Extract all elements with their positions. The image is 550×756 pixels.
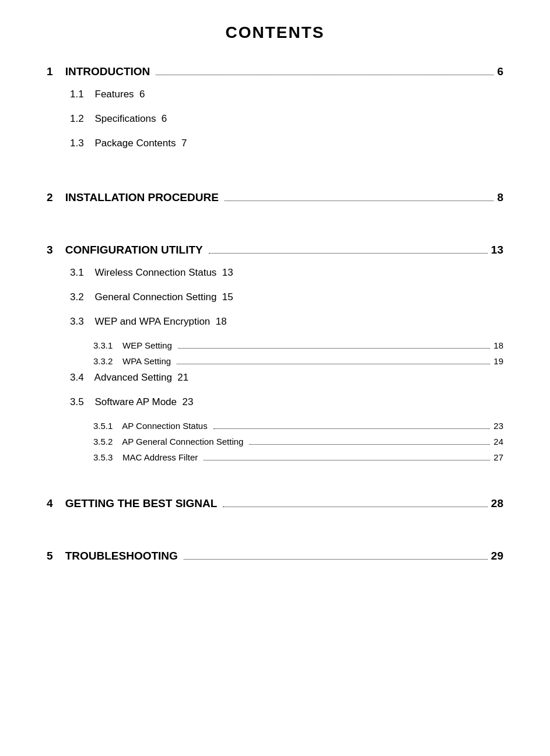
toc-entry-1-2: 1.2 Specifications 6 xyxy=(47,113,503,125)
toc-dots xyxy=(223,507,487,507)
toc-entry-3-5: 3.5 Software AP Mode 23 xyxy=(47,396,503,408)
toc-entry-3-2: 3.2 General Connection Setting 15 xyxy=(47,291,503,303)
toc-page: 27 xyxy=(493,452,503,462)
toc-dots xyxy=(249,444,490,445)
toc-dots xyxy=(156,75,493,75)
toc-label: 3.2 General Connection Setting 15 xyxy=(70,291,233,303)
toc-entry-3-5-1: 3.5.1 AP Connection Status23 xyxy=(47,421,503,431)
toc-label: 5 TROUBLESHOOTING xyxy=(47,550,178,562)
toc-entry-5: 5 TROUBLESHOOTING29 xyxy=(47,550,503,562)
toc-page: 29 xyxy=(491,550,503,562)
toc-page: 23 xyxy=(493,421,503,431)
toc-label: 3.5.2 AP General Connection Setting xyxy=(93,437,243,446)
toc-entry-3-4: 3.4 Advanced Setting 21 xyxy=(47,372,503,384)
toc-dots xyxy=(204,460,490,460)
toc-label: 3.5 Software AP Mode 23 xyxy=(70,396,193,408)
toc-dots xyxy=(177,364,490,364)
toc-entry-3-3: 3.3 WEP and WPA Encryption 18 xyxy=(47,316,503,328)
toc-page: 6 xyxy=(497,65,503,78)
toc-dots xyxy=(213,428,491,429)
toc-page: 19 xyxy=(493,356,503,366)
toc-page: 8 xyxy=(497,191,503,204)
toc-entry-3-3-1: 3.3.1 WEP Setting18 xyxy=(47,340,503,350)
toc-entry-3-5-2: 3.5.2 AP General Connection Setting24 xyxy=(47,437,503,446)
toc-label: 3.3.1 WEP Setting xyxy=(93,340,172,350)
toc-label: 3.5.1 AP Connection Status xyxy=(93,421,208,431)
toc-entry-3-1: 3.1 Wireless Connection Status 13 xyxy=(47,267,503,279)
toc-entry-4: 4 GETTING THE BEST SIGNAL28 xyxy=(47,497,503,510)
toc-entry-1: 1 INTRODUCTION6 xyxy=(47,65,503,78)
toc-dots xyxy=(225,201,494,201)
toc-label: 1 INTRODUCTION xyxy=(47,65,150,78)
toc-label: 3.3 WEP and WPA Encryption 18 xyxy=(70,316,227,328)
toc-entry-1-3: 1.3 Package Contents 7 xyxy=(47,138,503,149)
toc-dots xyxy=(178,348,491,349)
toc-label: 4 GETTING THE BEST SIGNAL xyxy=(47,497,217,510)
toc-label: 3.5.3 MAC Address Filter xyxy=(93,452,198,462)
toc-label: 1.1 Features 6 xyxy=(70,89,145,100)
toc-label: 1.2 Specifications 6 xyxy=(70,113,167,125)
toc-page: 18 xyxy=(493,340,503,350)
toc-label: 3.3.2 WPA Setting xyxy=(93,356,171,366)
toc-entry-3-5-3: 3.5.3 MAC Address Filter27 xyxy=(47,452,503,462)
toc-label: 3 CONFIGURATION UTILITY xyxy=(47,244,203,256)
toc-dots xyxy=(184,559,488,560)
toc-container: 1 INTRODUCTION61.1 Features 61.2 Specifi… xyxy=(47,65,503,562)
toc-entry-2: 2 INSTALLATION PROCEDURE8 xyxy=(47,191,503,204)
toc-entry-1-1: 1.1 Features 6 xyxy=(47,89,503,100)
toc-dots xyxy=(209,253,488,254)
toc-label: 2 INSTALLATION PROCEDURE xyxy=(47,191,219,204)
toc-page: 13 xyxy=(491,244,503,256)
toc-label: 1.3 Package Contents 7 xyxy=(70,138,187,149)
toc-page: 24 xyxy=(493,437,503,446)
toc-label: 3.1 Wireless Connection Status 13 xyxy=(70,267,233,279)
page-title: CONTENTS xyxy=(47,23,503,42)
toc-page: 28 xyxy=(491,497,503,510)
toc-entry-3: 3 CONFIGURATION UTILITY13 xyxy=(47,244,503,256)
toc-entry-3-3-2: 3.3.2 WPA Setting19 xyxy=(47,356,503,366)
toc-label: 3.4 Advanced Setting 21 xyxy=(70,372,188,384)
